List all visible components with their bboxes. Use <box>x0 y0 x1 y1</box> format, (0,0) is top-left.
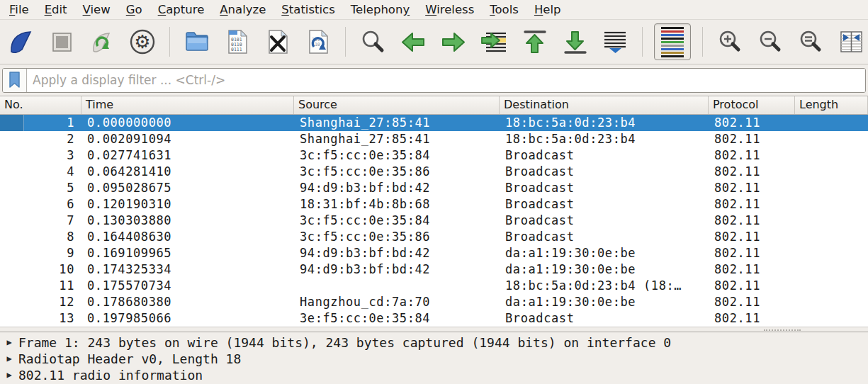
menu-item-go[interactable]: Go <box>118 1 150 18</box>
column-header-source[interactable]: Source <box>294 96 500 114</box>
go-first-packet-button[interactable] <box>519 26 550 58</box>
arrow-left-icon <box>400 28 427 55</box>
packet-protocol: 802.11 <box>709 180 795 196</box>
packet-row[interactable]: 12 0.178680380 Hangzhou_cd:7a:70 da:a1:1… <box>0 294 868 310</box>
packet-protocol: 802.11 <box>709 310 795 327</box>
close-file-button[interactable] <box>262 26 293 58</box>
packet-length <box>795 213 868 229</box>
menu-item-analyze[interactable]: Analyze <box>212 1 274 18</box>
start-capture-button[interactable] <box>6 26 37 58</box>
arrow-up-first-icon <box>521 28 548 55</box>
display-filter-input[interactable] <box>27 69 865 92</box>
packet-protocol: 802.11 <box>709 229 795 245</box>
detail-tree-item[interactable]: ▶ Frame 1: 243 bytes on wire (1944 bits)… <box>0 334 868 351</box>
reload-file-button[interactable]: 101 110 <box>303 26 334 58</box>
packet-destination: Broadcast <box>500 147 709 164</box>
go-forward-button[interactable] <box>438 26 469 58</box>
detail-tree-item[interactable]: ▶ 802.11 radio information <box>0 367 868 383</box>
restart-capture-button[interactable] <box>86 26 118 58</box>
menu-item-statistics[interactable]: Statistics <box>274 1 342 18</box>
column-header-destination[interactable]: Destination <box>500 96 709 114</box>
menu-item-telephony[interactable]: Telephony <box>343 1 417 18</box>
column-header-protocol[interactable]: Protocol <box>709 96 795 114</box>
packet-row[interactable]: 10 0.174325334 94:d9:b3:bf:bd:42 da:a1:1… <box>0 261 868 278</box>
svg-text:⚙: ⚙ <box>134 31 150 52</box>
expander-triangle-icon[interactable]: ▶ <box>0 334 18 351</box>
packet-length <box>795 310 868 327</box>
zoom-normal-icon <box>797 28 824 55</box>
packet-length <box>795 115 868 131</box>
packet-row[interactable]: 6 0.120190310 18:31:bf:4b:8b:68 Broadcas… <box>0 196 868 213</box>
packet-length <box>795 164 868 180</box>
zoom-normal-button[interactable] <box>795 26 826 58</box>
menu-item-capture[interactable]: Capture <box>150 1 213 18</box>
colorize-packets-button[interactable] <box>654 23 691 60</box>
packet-no: 2 <box>0 131 81 147</box>
pane-splitter[interactable] <box>0 327 868 332</box>
packet-row[interactable]: 1 0.000000000 Shanghai_27:85:41 18:bc:5a… <box>0 115 868 131</box>
open-file-button[interactable] <box>181 26 213 58</box>
packet-time: 0.120190310 <box>81 196 294 213</box>
menu-item-view[interactable]: View <box>75 1 118 18</box>
auto-scroll-button[interactable] <box>599 26 631 58</box>
magnifier-icon <box>359 28 386 55</box>
packet-length <box>795 245 868 261</box>
expander-triangle-icon[interactable]: ▶ <box>0 351 18 367</box>
capture-options-button[interactable]: ⚙ <box>127 26 158 58</box>
detail-text: Frame 1: 243 bytes on wire (1944 bits), … <box>18 334 671 351</box>
go-back-button[interactable] <box>398 26 429 58</box>
column-header-time[interactable]: Time <box>81 96 294 114</box>
resize-columns-button[interactable] <box>835 26 867 58</box>
packet-no: 10 <box>0 261 81 278</box>
filter-bookmark-button[interactable] <box>3 69 27 92</box>
packet-destination: Broadcast <box>500 164 709 180</box>
go-last-packet-button[interactable] <box>559 26 590 58</box>
column-header-length[interactable]: Length <box>795 96 868 114</box>
detail-text: 802.11 radio information <box>18 367 203 383</box>
menu-item-wireless[interactable]: Wireless <box>417 1 482 18</box>
packet-time: 0.174325334 <box>81 261 294 278</box>
go-to-packet-button[interactable] <box>478 26 509 58</box>
zoom-out-button[interactable] <box>755 26 786 58</box>
packet-protocol: 802.11 <box>709 115 795 131</box>
column-header-no[interactable]: No. <box>0 96 81 114</box>
restart-fin-icon <box>89 28 115 55</box>
packet-row[interactable]: 8 0.164408630 3c:f5:cc:0e:35:86 Broadcas… <box>0 229 868 245</box>
packet-length <box>795 180 868 196</box>
zoom-in-button[interactable] <box>714 26 745 58</box>
packet-row[interactable]: 4 0.064281410 3c:f5:cc:0e:35:86 Broadcas… <box>0 164 868 180</box>
packet-row[interactable]: 7 0.130303880 3c:f5:cc:0e:35:84 Broadcas… <box>0 213 868 229</box>
packet-row[interactable]: 13 0.197985066 3e:f5:cc:0e:35:84 Broadca… <box>0 310 868 327</box>
reload-capture-icon: 101 110 <box>305 28 332 55</box>
packet-protocol: 802.11 <box>709 213 795 229</box>
resize-columns-icon <box>838 28 864 55</box>
detail-tree-item[interactable]: ▶ Radiotap Header v0, Length 18 <box>0 351 868 367</box>
packet-destination: 18:bc:5a:0d:23:b4 <box>500 115 709 131</box>
packet-row[interactable]: 3 0.027741631 3c:f5:cc:0e:35:84 Broadcas… <box>0 147 868 164</box>
find-packet-button[interactable] <box>357 26 388 58</box>
packet-time: 0.197985066 <box>81 310 294 327</box>
packet-row[interactable]: 5 0.095028675 94:d9:b3:bf:bd:42 Broadcas… <box>0 180 868 196</box>
expander-triangle-icon[interactable]: ▶ <box>0 367 18 383</box>
packet-no: 3 <box>0 147 81 164</box>
save-file-button[interactable]: 0101 0110 0111 <box>222 26 253 58</box>
packet-destination: 18:bc:5a:0d:23:b4 (18:… <box>500 278 709 294</box>
packet-time: 0.175570734 <box>81 278 294 294</box>
zoom-out-icon <box>757 28 784 55</box>
packet-length <box>795 147 868 164</box>
toolbar-separator <box>169 27 170 57</box>
packet-row[interactable]: 9 0.169109965 94:d9:b3:bf:bd:42 da:a1:19… <box>0 245 868 261</box>
packet-length <box>795 261 868 278</box>
packet-time: 0.064281410 <box>81 164 294 180</box>
menu-item-help[interactable]: Help <box>526 1 569 18</box>
stop-square-icon <box>48 28 75 55</box>
menu-item-tools[interactable]: Tools <box>482 1 526 18</box>
packet-no: 6 <box>0 196 81 213</box>
menu-item-file[interactable]: File <box>1 1 37 18</box>
packet-no: 4 <box>0 164 81 180</box>
packet-row[interactable]: 2 0.002091094 Shanghai_27:85:41 18:bc:5a… <box>0 131 868 147</box>
packet-row[interactable]: 11 0.175570734 18:bc:5a:0d:23:b4 (18:… 8… <box>0 278 868 294</box>
menu-item-edit[interactable]: Edit <box>37 1 75 18</box>
stop-capture-button[interactable] <box>46 26 77 58</box>
packet-source: 94:d9:b3:bf:bd:42 <box>294 180 500 196</box>
